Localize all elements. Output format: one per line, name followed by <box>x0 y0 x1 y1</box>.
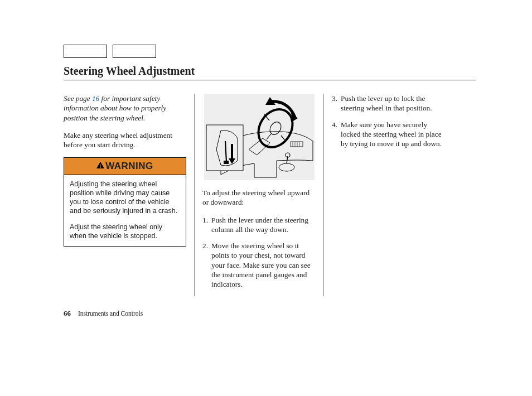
step-number: 4. <box>332 120 341 149</box>
warning-text-1: Adjusting the steering wheel position wh… <box>70 180 180 216</box>
column-2: To adjust the steering wheel upward or d… <box>195 94 324 296</box>
step-number: 2. <box>202 241 211 289</box>
columns: See page 16 for important safety informa… <box>64 94 476 296</box>
warning-triangle-icon: ! <box>96 161 104 171</box>
warning-header: ! WARNING <box>64 158 186 175</box>
step-text: Make sure you have securely locked the s… <box>341 120 446 149</box>
step-text: Push the lever under the steering column… <box>211 215 316 235</box>
warning-box: ! WARNING Adjusting the steering wheel p… <box>64 157 186 247</box>
section-name: Instruments and Controls <box>78 310 143 317</box>
column-3: 3. Push the lever up to lock the steerin… <box>324 94 453 296</box>
svg-line-8 <box>281 136 286 142</box>
step-3: 3. Push the lever up to lock the steerin… <box>332 94 446 113</box>
step-text: Push the lever up to lock the steering w… <box>341 94 446 113</box>
step-2: 2. Move the steering wheel so it points … <box>202 241 316 289</box>
page-footer: 66 Instruments and Controls <box>64 309 143 318</box>
svg-rect-13 <box>224 161 229 164</box>
svg-line-9 <box>267 134 271 139</box>
blank-box <box>64 45 107 58</box>
step-1: 1. Push the lever under the steering col… <box>202 215 316 235</box>
svg-text:!: ! <box>100 163 101 169</box>
page-ref-link[interactable]: 16 <box>92 94 99 103</box>
page-number: 66 <box>64 309 71 317</box>
svg-rect-15 <box>291 142 303 147</box>
intro-paragraph: Make any steering wheel adjustment befor… <box>64 131 186 150</box>
step-4: 4. Make sure you have securely locked th… <box>332 120 446 149</box>
top-boxes <box>64 45 476 58</box>
safety-cross-ref: See page 16 for important safety informa… <box>64 94 186 123</box>
step-number: 3. <box>332 94 341 113</box>
column-1: See page 16 for important safety informa… <box>64 94 195 296</box>
manual-page: Steering Wheel Adjustment See page 16 fo… <box>0 0 532 318</box>
step-number: 1. <box>202 215 211 235</box>
page-title: Steering Wheel Adjustment <box>64 65 476 80</box>
blank-box <box>113 45 156 58</box>
safety-prefix: See page <box>64 94 92 103</box>
col2-lead: To adjust the steering wheel upward or d… <box>202 188 316 207</box>
svg-point-2 <box>279 163 294 171</box>
step-text: Move the steering wheel so it points to … <box>211 241 316 289</box>
warning-body: Adjusting the steering wheel position wh… <box>64 175 186 247</box>
svg-point-6 <box>268 120 283 137</box>
steering-wheel-illustration <box>204 94 315 180</box>
warning-text-2: Adjust the steering wheel only when the … <box>70 223 180 241</box>
warning-label: WARNING <box>105 161 153 171</box>
